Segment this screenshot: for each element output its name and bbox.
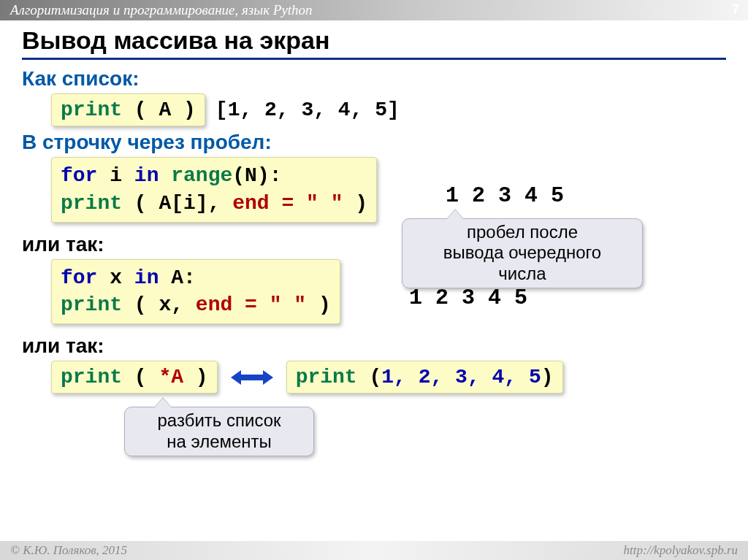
footer-copyright: © К.Ю. Поляков, 2015 (10, 543, 127, 558)
code-print-a: print ( A ) (51, 93, 205, 126)
slide-footer: © К.Ю. Поляков, 2015 http://kpolyakov.sp… (0, 541, 748, 560)
output-inline-2: 1 2 3 4 5 (409, 285, 527, 310)
section-inline: В строчку через пробел: (22, 131, 726, 154)
code-for-x: for x in A: print ( x, end = " " ) (51, 259, 340, 325)
breadcrumb: Алгоритмизация и программирование, язык … (10, 2, 313, 18)
section-as-list: Как список: (22, 67, 726, 91)
code-print-star: print ( *A ) (51, 361, 218, 394)
slide-body: Вывод массива на экран Как список: print… (0, 20, 748, 456)
section-or-2: или так: (22, 334, 726, 358)
code-for-range: for i in range(N): print ( A[i], end = "… (51, 157, 377, 223)
slide-title: Вывод массива на экран (22, 26, 726, 60)
callout-space: пробел после вывода очередного числа (402, 218, 643, 288)
output-list: [1, 2, 3, 4, 5] (215, 99, 400, 121)
footer-url: http://kpolyakov.spb.ru (624, 543, 738, 558)
page-number: 7 (732, 2, 739, 18)
slide-header: Алгоритмизация и программирование, язык … (0, 0, 748, 20)
callout-split: разбить список на элементы (124, 407, 314, 456)
output-inline-1: 1 2 3 4 5 (446, 183, 564, 208)
code-print-expanded: print (1, 2, 3, 4, 5) (286, 361, 563, 394)
double-arrow-icon (232, 370, 272, 385)
